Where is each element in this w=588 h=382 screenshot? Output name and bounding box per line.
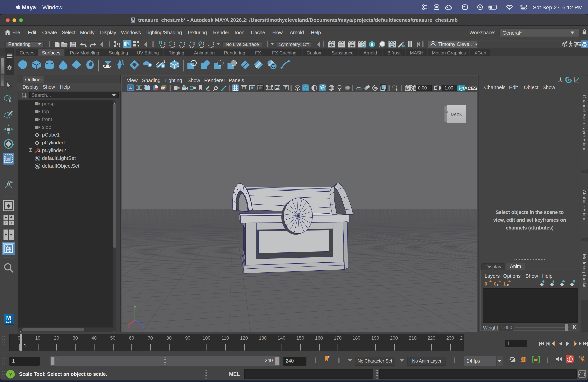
svg-text:0: 0 — [484, 281, 487, 287]
svg-text:?: ? — [9, 371, 12, 377]
svg-text:1: 1 — [513, 359, 515, 362]
svg-text:y: y — [134, 305, 136, 309]
svg-text:x: x — [127, 324, 129, 329]
svg-text:{;}: {;} — [579, 372, 586, 376]
svg-text:A: A — [129, 86, 132, 90]
svg-text:1: 1 — [503, 281, 506, 287]
svg-text:z: z — [142, 324, 145, 329]
svg-text:MB: MB — [132, 21, 134, 22]
svg-text:IPR: IPR — [349, 44, 354, 47]
svg-text:M: M — [6, 315, 11, 321]
svg-text:x: x — [381, 44, 383, 48]
svg-text:T: T — [284, 85, 287, 90]
svg-text:1: 1 — [163, 60, 165, 64]
svg-text:M: M — [132, 18, 134, 21]
svg-text:AYA: AYA — [6, 320, 11, 324]
svg-text:0: 0 — [494, 281, 496, 287]
